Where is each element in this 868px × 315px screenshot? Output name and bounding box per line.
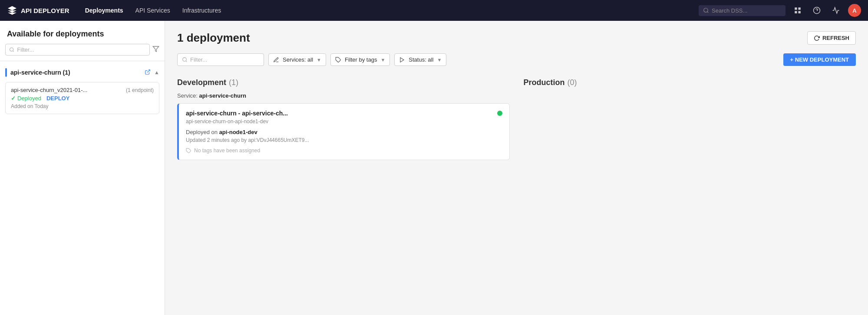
refresh-button[interactable]: REFRESH xyxy=(807,31,856,45)
filter-bar: Services: all ▼ Filter by tags ▼ Status:… xyxy=(177,53,856,66)
development-column-header: Development (1) xyxy=(177,78,510,87)
page-title: 1 deployment xyxy=(177,31,250,45)
logo-icon xyxy=(7,5,17,16)
new-deployment-button[interactable]: + NEW DEPLOYMENT xyxy=(783,53,856,66)
deployment-columns: Development (1) Service: api-service-chu… xyxy=(177,78,856,160)
nav-api-services[interactable]: API Services xyxy=(130,4,175,16)
svg-rect-2 xyxy=(795,7,797,10)
card-tags-text: No tags have been assigned xyxy=(194,148,260,154)
status-filter-chevron: ▼ xyxy=(437,57,442,62)
card-title: api-service-churn - api-service-ch... xyxy=(186,110,288,117)
top-navigation: Deployments API Services Infrastructures xyxy=(80,4,688,16)
svg-marker-15 xyxy=(400,57,404,62)
global-search[interactable] xyxy=(699,5,785,16)
status-filter[interactable]: Status: all ▼ xyxy=(394,53,446,66)
service-item-name: api-service-churn_v2021-01-... xyxy=(11,87,87,93)
services-filter[interactable]: Services: all ▼ xyxy=(268,53,326,66)
development-title: Development xyxy=(177,78,226,87)
svg-line-11 xyxy=(147,69,150,72)
content-search-icon xyxy=(182,57,188,62)
refresh-label: REFRESH xyxy=(822,35,849,41)
card-tags: No tags have been assigned xyxy=(186,148,502,154)
deployment-card-churn-dev[interactable]: api-service-churn - api-service-ch... ap… xyxy=(177,103,510,160)
sidebar-search-area xyxy=(0,44,165,61)
sidebar-search-box[interactable] xyxy=(5,44,150,56)
sidebar-filter-input[interactable] xyxy=(17,46,146,53)
services-filter-icon xyxy=(273,57,279,63)
svg-point-8 xyxy=(10,48,13,51)
content-area: 1 deployment REFRESH Serv xyxy=(165,21,868,315)
activity-icon[interactable] xyxy=(829,3,843,17)
tag-icon xyxy=(186,148,191,154)
service-item-date: Added on Today xyxy=(11,103,154,109)
status-dot-green xyxy=(497,111,502,116)
content-header: 1 deployment REFRESH xyxy=(177,31,856,45)
development-service-label: Service: api-service-churn xyxy=(177,92,510,99)
services-filter-label: Services: all xyxy=(283,56,313,63)
main-layout: Available for deployments api-service-ch… xyxy=(0,21,868,315)
content-filter-search[interactable] xyxy=(177,53,264,66)
service-group-header: api-service-churn (1) ▲ xyxy=(0,66,165,79)
service-item-endpoints: (1 endpoint) xyxy=(126,87,154,93)
card-deployed-on: Deployed on api-node1-dev xyxy=(186,129,502,135)
service-group-collapse[interactable]: ▲ xyxy=(154,69,159,75)
service-group-churn: api-service-churn (1) ▲ api-service-chur… xyxy=(0,61,165,123)
service-group-title: api-service-churn (1) xyxy=(10,69,141,76)
help-icon[interactable] xyxy=(810,3,824,17)
nav-deployments[interactable]: Deployments xyxy=(80,4,129,16)
card-updated: Updated 2 minutes ago by api:VDvJ44665Um… xyxy=(186,137,502,143)
topnav-right: A xyxy=(699,3,861,17)
service-group-external-link[interactable] xyxy=(145,69,151,76)
search-icon xyxy=(703,7,709,13)
app-logo-text: API DEPLOYER xyxy=(21,7,69,14)
svg-rect-5 xyxy=(799,11,801,13)
status-filter-icon xyxy=(399,57,405,63)
svg-point-12 xyxy=(183,58,187,62)
card-subtitle: api-service-churn-on-api-node1-dev xyxy=(186,118,502,125)
app-logo[interactable]: API DEPLOYER xyxy=(7,5,69,16)
nav-infrastructures[interactable]: Infrastructures xyxy=(177,4,226,16)
service-item-top: api-service-churn_v2021-01-... (1 endpoi… xyxy=(11,87,154,93)
services-filter-chevron: ▼ xyxy=(317,57,321,62)
svg-point-0 xyxy=(704,8,708,12)
service-item-deploy-link[interactable]: DEPLOY xyxy=(46,95,69,102)
svg-rect-3 xyxy=(799,7,801,10)
user-avatar[interactable]: A xyxy=(848,4,861,17)
grid-icon[interactable] xyxy=(791,3,805,17)
card-node: api-node1-dev xyxy=(219,129,257,135)
tags-filter-chevron: ▼ xyxy=(380,57,385,62)
topnav: API DEPLOYER Deployments API Services In… xyxy=(0,0,868,21)
svg-line-9 xyxy=(13,51,13,52)
development-column: Development (1) Service: api-service-chu… xyxy=(177,78,510,160)
development-count: (1) xyxy=(229,78,238,87)
svg-line-13 xyxy=(186,61,187,62)
svg-marker-10 xyxy=(153,46,158,52)
production-column-header: Production (0) xyxy=(524,78,856,87)
sidebar: Available for deployments api-service-ch… xyxy=(0,21,165,315)
global-search-input[interactable] xyxy=(712,7,781,14)
content-filter-input[interactable] xyxy=(190,56,255,63)
status-filter-label: Status: all xyxy=(409,56,433,63)
card-header: api-service-churn - api-service-ch... xyxy=(186,110,502,117)
tags-filter-icon xyxy=(335,57,341,63)
sidebar-search-icon xyxy=(9,47,14,52)
service-group-bar xyxy=(5,68,7,77)
service-item-status: Deployed xyxy=(11,95,41,102)
development-service-name: api-service-churn xyxy=(199,92,246,99)
tags-filter[interactable]: Filter by tags ▼ xyxy=(330,53,390,66)
sidebar-title: Available for deployments xyxy=(0,21,165,44)
svg-rect-4 xyxy=(795,11,797,13)
tags-filter-label: Filter by tags xyxy=(345,56,377,63)
svg-line-1 xyxy=(707,12,709,13)
refresh-icon xyxy=(814,35,820,41)
production-title: Production xyxy=(524,78,565,87)
service-item-actions: Deployed DEPLOY xyxy=(11,95,154,102)
production-column: Production (0) xyxy=(524,78,856,160)
sidebar-filter-icon[interactable] xyxy=(152,46,159,54)
service-item-churn[interactable]: api-service-churn_v2021-01-... (1 endpoi… xyxy=(5,82,159,114)
production-count: (0) xyxy=(568,78,577,87)
